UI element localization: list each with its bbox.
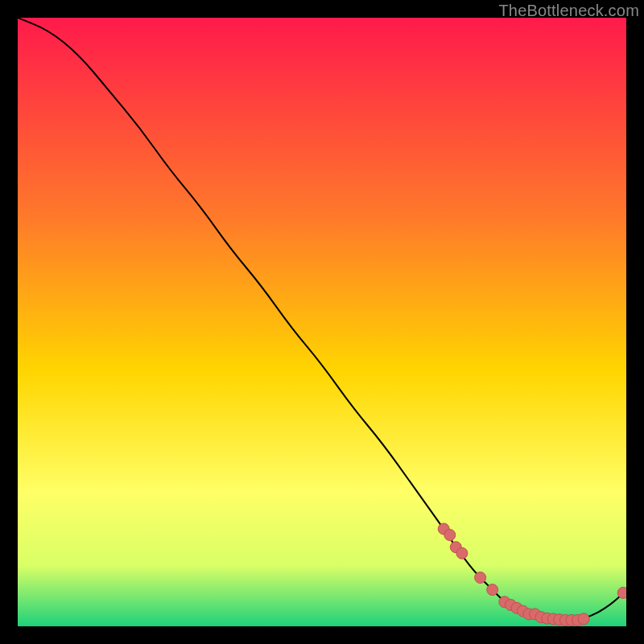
curve-marker: [456, 547, 468, 559]
curve-marker: [444, 530, 456, 541]
curve-marker: [475, 572, 486, 584]
watermark-text: TheBottleneck.com: [498, 2, 639, 20]
plot-area: [18, 18, 626, 626]
chart-container: TheBottleneck.com: [0, 0, 644, 644]
curve-marker: [578, 613, 589, 625]
curve-marker: [487, 584, 498, 596]
gradient-background: [18, 18, 626, 626]
curve-marker: [617, 587, 626, 598]
chart-svg: [18, 18, 626, 626]
